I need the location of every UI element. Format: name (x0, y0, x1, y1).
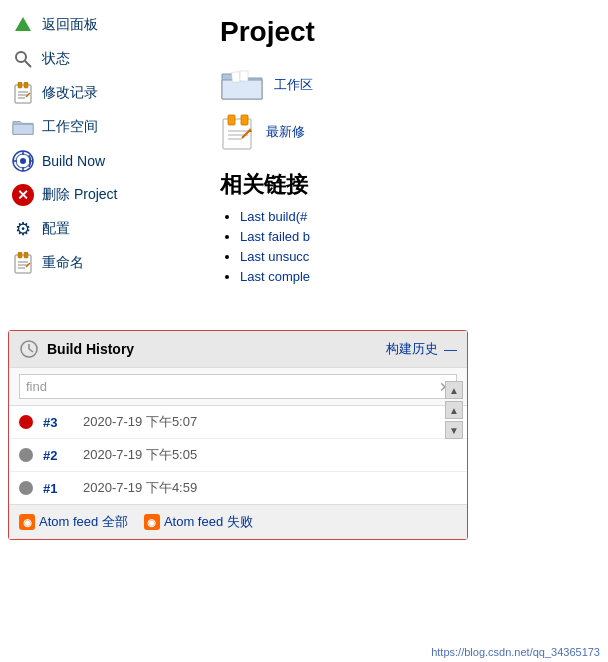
build-history-search-input[interactable] (19, 374, 457, 399)
sidebar-item-build-now-label: Build Now (42, 153, 105, 169)
list-item-last-failed: Last failed b (240, 228, 588, 244)
sidebar-item-workspace-label: 工作空间 (42, 118, 98, 136)
build-list: #3 2020-7-19 下午5:07 #2 2020-7-19 下午5:05 … (9, 406, 467, 504)
gear-icon: ⚙ (12, 218, 34, 240)
atom-feed-all-icon: ◉ (19, 514, 35, 530)
build-status-indicator (19, 481, 33, 495)
scroll-controls: ▲ ▲ ▼ (445, 381, 463, 439)
build-history-subtitle: 构建历史 (386, 340, 438, 358)
watermark-text: https://blog.csdn.net/qq_34365173 (431, 646, 600, 658)
sidebar-item-delete[interactable]: ✕ 删除 Project (0, 178, 200, 212)
sidebar-item-rename[interactable]: 重命名 (0, 246, 200, 280)
watermark: https://blog.csdn.net/qq_34365173 (431, 646, 600, 658)
build-history-dash: — (444, 342, 457, 357)
notepad-icon (12, 82, 34, 104)
related-links-title: 相关链接 (220, 170, 588, 200)
related-links-list: Last build(# Last failed b Last unsucc L… (220, 208, 588, 284)
svg-point-12 (20, 158, 26, 164)
page-title: Project (220, 16, 588, 48)
svg-rect-19 (24, 252, 28, 258)
sidebar-item-change-record-label: 修改记录 (42, 84, 98, 102)
sidebar-item-workspace[interactable]: 工作空间 (0, 110, 200, 144)
main-content: Project 工作区 (200, 0, 608, 304)
svg-rect-24 (232, 72, 241, 83)
delete-icon: ✕ (12, 184, 34, 206)
rename-icon (12, 252, 34, 274)
arrow-up-icon (12, 14, 34, 36)
sidebar-item-rename-label: 重命名 (42, 254, 84, 272)
latest-mod-quick-link[interactable]: 最新修 (220, 114, 588, 150)
atom-feed-all-link[interactable]: ◉ Atom feed 全部 (19, 513, 128, 531)
build-now-icon (12, 150, 34, 172)
build-history-panel: Build History 构建历史 — ✕ ▲ ▲ ▼ #3 2020-7-1… (8, 330, 468, 540)
sidebar-item-back-label: 返回面板 (42, 16, 98, 34)
last-failed-link[interactable]: Last failed b (240, 229, 310, 244)
svg-rect-28 (241, 115, 248, 125)
build-history-icon (19, 339, 39, 359)
workspace-quick-link[interactable]: 工作区 (220, 68, 588, 102)
build-time: 2020-7-19 下午4:59 (83, 479, 197, 497)
svg-line-36 (29, 349, 33, 352)
atom-feed-all-label: Atom feed 全部 (39, 513, 128, 531)
latest-mod-link-text[interactable]: 最新修 (266, 123, 305, 141)
table-row: #3 2020-7-19 下午5:07 (9, 406, 467, 439)
sidebar-item-build-now[interactable]: Build Now (0, 144, 200, 178)
svg-rect-25 (240, 71, 248, 81)
sidebar-item-config[interactable]: ⚙ 配置 (0, 212, 200, 246)
last-unsuccessful-link[interactable]: Last unsucc (240, 249, 309, 264)
build-number-link[interactable]: #3 (43, 415, 73, 430)
atom-feed-fail-link[interactable]: ◉ Atom feed 失败 (144, 513, 253, 531)
build-time: 2020-7-19 下午5:05 (83, 446, 197, 464)
build-time: 2020-7-19 下午5:07 (83, 413, 197, 431)
sidebar-item-status[interactable]: 状态 (0, 42, 200, 76)
folder-large-icon (220, 68, 264, 102)
build-number-link[interactable]: #2 (43, 448, 73, 463)
table-row: #1 2020-7-19 下午4:59 (9, 472, 467, 504)
svg-rect-4 (18, 82, 22, 88)
quick-links: 工作区 最新修 (220, 68, 588, 150)
svg-line-2 (25, 61, 31, 67)
svg-point-1 (16, 52, 26, 62)
build-history-header-right: 构建历史 — (386, 340, 457, 358)
sidebar-item-config-label: 配置 (42, 220, 70, 238)
search-icon (12, 48, 34, 70)
build-number-link[interactable]: #1 (43, 481, 73, 496)
scroll-mid-button[interactable]: ▲ (445, 401, 463, 419)
workspace-link-text[interactable]: 工作区 (274, 76, 313, 94)
scroll-up-button[interactable]: ▲ (445, 381, 463, 399)
list-item-last-build: Last build(# (240, 208, 588, 224)
build-history-footer: ◉ Atom feed 全部 ◉ Atom feed 失败 (9, 504, 467, 539)
sidebar-item-back[interactable]: 返回面板 (0, 8, 200, 42)
svg-rect-18 (18, 252, 22, 258)
table-row: #2 2020-7-19 下午5:05 (9, 439, 467, 472)
last-build-link[interactable]: Last build(# (240, 209, 307, 224)
sidebar-item-status-label: 状态 (42, 50, 70, 68)
build-history-header: Build History 构建历史 — (9, 331, 467, 368)
folder-icon (12, 116, 34, 138)
build-status-indicator (19, 448, 33, 462)
build-history-title: Build History (47, 341, 134, 357)
sidebar-item-change-record[interactable]: 修改记录 (0, 76, 200, 110)
atom-feed-fail-icon: ◉ (144, 514, 160, 530)
build-status-indicator (19, 415, 33, 429)
atom-feed-fail-label: Atom feed 失败 (164, 513, 253, 531)
scroll-down-button[interactable]: ▼ (445, 421, 463, 439)
svg-marker-0 (15, 17, 31, 31)
list-item-last-complete: Last comple (240, 268, 588, 284)
notepad-large-icon (220, 114, 256, 150)
list-item-last-unsuccessful: Last unsucc (240, 248, 588, 264)
svg-rect-5 (24, 82, 28, 88)
build-history-header-left: Build History (19, 339, 134, 359)
svg-rect-27 (228, 115, 235, 125)
last-complete-link[interactable]: Last comple (240, 269, 310, 284)
build-history-search-row: ✕ (9, 368, 467, 406)
sidebar-item-delete-label: 删除 Project (42, 186, 117, 204)
